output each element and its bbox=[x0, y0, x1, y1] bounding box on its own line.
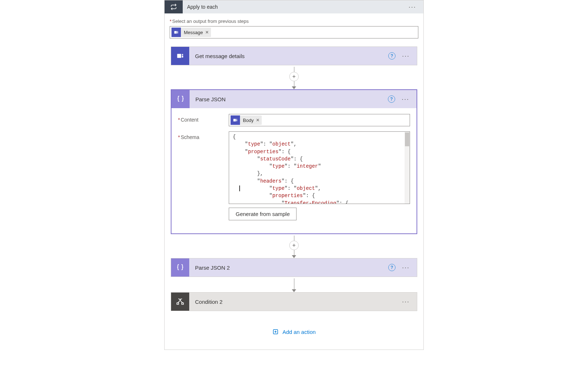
more-icon[interactable]: ··· bbox=[402, 53, 410, 59]
step-condition-2[interactable]: Condition 2 ··· bbox=[171, 292, 417, 311]
step-parse-json: Parse JSON ? ··· *Content bbox=[171, 89, 417, 234]
teams-icon bbox=[171, 47, 189, 65]
teams-icon bbox=[171, 28, 181, 37]
help-icon[interactable]: ? bbox=[388, 52, 396, 60]
svg-point-4 bbox=[182, 54, 183, 56]
apply-to-each-container: Apply to each ··· *Select an output from… bbox=[164, 0, 424, 350]
json-icon bbox=[171, 90, 190, 108]
add-step-button[interactable]: + bbox=[289, 72, 299, 81]
step-get-message-details[interactable]: Get message details ? ··· bbox=[171, 46, 417, 65]
help-icon[interactable]: ? bbox=[388, 264, 396, 271]
schema-text[interactable]: { "type": "object", "properties": { "sta… bbox=[229, 132, 410, 204]
svg-rect-6 bbox=[233, 119, 236, 122]
card-title: Condition 2 bbox=[189, 299, 402, 305]
schema-editor[interactable]: { "type": "object", "properties": { "sta… bbox=[229, 131, 410, 204]
token-body[interactable]: Body ✕ bbox=[231, 115, 262, 125]
token-message[interactable]: Message ✕ bbox=[171, 28, 211, 37]
card-title: Parse JSON bbox=[190, 96, 388, 102]
select-output-label: *Select an output from previous steps bbox=[170, 19, 418, 24]
svg-line-10 bbox=[178, 301, 180, 303]
teams-icon bbox=[231, 115, 240, 125]
svg-rect-5 bbox=[182, 56, 183, 58]
svg-line-11 bbox=[180, 301, 183, 303]
card-title: Parse JSON 2 bbox=[189, 265, 388, 271]
close-icon[interactable]: ✕ bbox=[205, 30, 209, 35]
more-icon[interactable]: ··· bbox=[402, 298, 410, 305]
scrollbar-thumb[interactable] bbox=[405, 132, 409, 146]
help-icon[interactable]: ? bbox=[388, 95, 395, 103]
card-title: Apply to each bbox=[183, 4, 409, 10]
content-input[interactable]: Body ✕ bbox=[229, 114, 410, 126]
add-action-label: Add an action bbox=[282, 329, 316, 335]
svg-rect-12 bbox=[177, 303, 179, 304]
more-icon[interactable]: ··· bbox=[402, 264, 410, 271]
select-output-input[interactable]: Message ✕ bbox=[170, 26, 418, 38]
svg-rect-3 bbox=[177, 54, 181, 58]
svg-rect-0 bbox=[174, 31, 177, 34]
card-title: Get message details bbox=[189, 53, 388, 59]
svg-point-7 bbox=[236, 119, 237, 120]
add-step-button[interactable]: + bbox=[289, 241, 299, 250]
parse-json-header[interactable]: Parse JSON ? ··· bbox=[171, 90, 417, 108]
apply-to-each-header[interactable]: Apply to each ··· bbox=[165, 0, 423, 13]
close-icon[interactable]: ✕ bbox=[256, 118, 260, 123]
json-icon bbox=[171, 258, 189, 277]
scrollbar[interactable] bbox=[405, 132, 410, 204]
condition-icon bbox=[171, 293, 189, 311]
more-icon[interactable]: ··· bbox=[409, 4, 416, 10]
token-label: Body bbox=[243, 118, 254, 123]
generate-from-sample-button[interactable]: Generate from sample bbox=[229, 208, 297, 220]
text-caret bbox=[239, 185, 240, 191]
connector bbox=[292, 277, 296, 292]
loop-icon bbox=[165, 0, 183, 13]
connector: + bbox=[289, 65, 299, 89]
svg-rect-8 bbox=[236, 120, 237, 121]
svg-rect-13 bbox=[182, 303, 183, 304]
add-an-action-button[interactable]: Add an action bbox=[272, 328, 316, 335]
more-icon[interactable]: ··· bbox=[402, 96, 409, 102]
connector: + bbox=[289, 234, 299, 258]
schema-label: *Schema bbox=[178, 131, 221, 220]
content-label: *Content bbox=[178, 114, 221, 126]
step-parse-json-2[interactable]: Parse JSON 2 ? ··· bbox=[171, 258, 417, 277]
token-label: Message bbox=[184, 30, 203, 35]
svg-rect-2 bbox=[177, 32, 178, 33]
svg-point-1 bbox=[177, 31, 178, 32]
